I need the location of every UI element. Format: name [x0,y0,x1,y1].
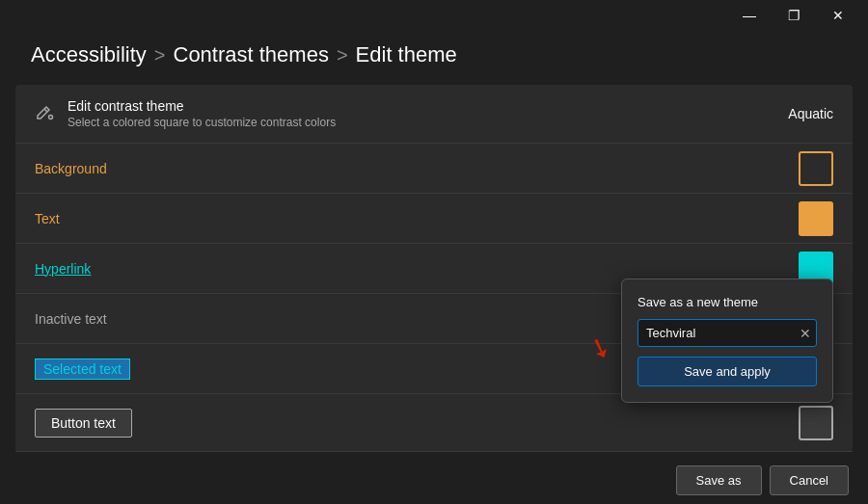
button-text-row: Button text [15,394,853,452]
title-bar-controls: — ❐ ✕ [727,0,860,31]
breadcrumb-contrast-themes[interactable]: Contrast themes [174,42,329,67]
selected-text-label: Selected text [35,358,130,380]
bottom-bar: Save as Cancel [0,452,868,504]
theme-name-label: Aquatic [788,106,833,121]
button-text-swatch[interactable] [799,406,833,440]
breadcrumb-accessibility[interactable]: Accessibility [31,42,147,67]
card-title: Edit contrast theme [68,98,336,114]
button-text-preview[interactable]: Button text [35,409,132,438]
close-button[interactable]: ✕ [816,0,860,31]
save-input-wrapper: ✕ [637,319,817,347]
card-header-left: Edit contrast theme Select a colored squ… [35,98,336,129]
save-theme-input[interactable] [637,319,817,347]
paint-icon [35,102,54,126]
clear-input-button[interactable]: ✕ [800,326,811,341]
text-row: Text [15,194,853,244]
restore-button[interactable]: ❐ [772,0,816,31]
background-row: Background [15,144,853,194]
save-as-button[interactable]: Save as [676,465,762,495]
breadcrumb-separator-2: > [337,44,348,66]
background-swatch[interactable] [799,151,833,186]
svg-point-0 [49,115,53,119]
cancel-button[interactable]: Cancel [770,465,849,495]
hyperlink-label[interactable]: Hyperlink [35,261,91,277]
save-popup-title: Save as a new theme [637,295,817,309]
card-header: Edit contrast theme Select a colored squ… [15,85,853,144]
background-label: Background [35,161,107,176]
title-bar: — ❐ ✕ [0,0,868,31]
breadcrumb: Accessibility > Contrast themes > Edit t… [0,31,868,85]
card-subtitle: Select a colored square to customize con… [68,116,336,129]
save-and-apply-button[interactable]: Save and apply [637,357,817,386]
card-header-text: Edit contrast theme Select a colored squ… [68,98,336,129]
breadcrumb-separator-1: > [154,44,166,66]
inactive-text-label: Inactive text [35,311,107,327]
minimize-button[interactable]: — [727,0,772,31]
text-swatch[interactable] [799,201,833,236]
save-as-popup: Save as a new theme ✕ Save and apply [621,279,833,403]
text-label: Text [35,211,60,226]
breadcrumb-edit-theme: Edit theme [356,42,457,67]
selected-text-row: Selected text Save as a new theme ✕ Save… [15,344,853,394]
main-card: Edit contrast theme Select a colored squ… [15,85,853,452]
